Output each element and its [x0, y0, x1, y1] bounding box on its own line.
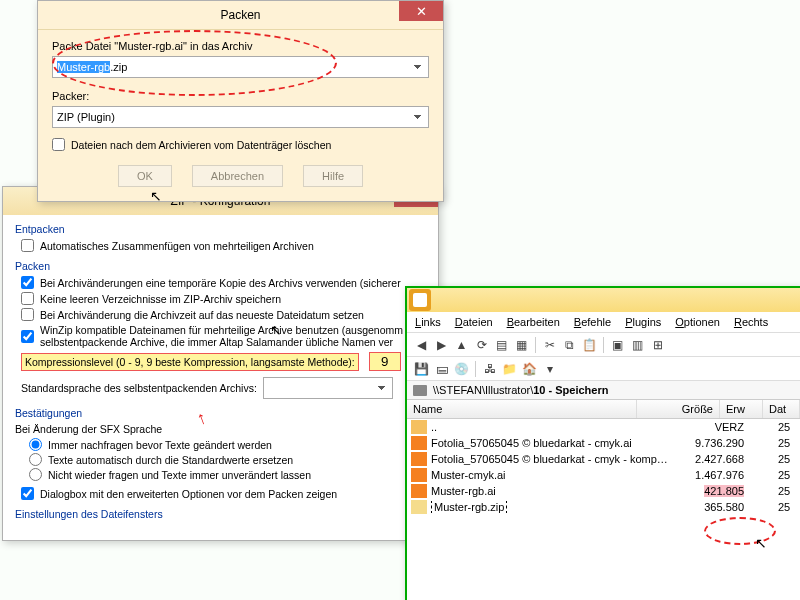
more-icon[interactable]: ▾	[541, 360, 558, 377]
sfx-lang-select[interactable]	[263, 377, 393, 399]
app-icon	[409, 289, 431, 311]
group-filewin: Einstellungen des Dateifensters	[15, 508, 426, 520]
file-manager: LinksDateienBearbeitenBefehlePluginsOpti…	[405, 286, 800, 600]
file-icon	[411, 468, 427, 482]
menu-plugins[interactable]: Plugins	[625, 316, 661, 328]
tempcopy-checkbox[interactable]	[21, 276, 34, 289]
nav-fwd-icon[interactable]: ▶	[433, 336, 450, 353]
drive-icon	[413, 385, 427, 396]
radio-ask[interactable]	[29, 438, 42, 451]
file-list: ..VERZ25Fotolia_57065045 © bluedarkat - …	[407, 419, 800, 515]
help-button[interactable]: Hilfe	[303, 165, 363, 187]
radio-never[interactable]	[29, 468, 42, 481]
pack-dialog: Packen ✕ Packe Datei "Muster-rgb.ai" in …	[37, 0, 444, 202]
file-row[interactable]: ..VERZ25	[407, 419, 800, 435]
file-icon	[411, 436, 427, 450]
radio-auto[interactable]	[29, 453, 42, 466]
group-unpack: Entpacken	[15, 223, 426, 235]
copy-icon[interactable]: ⧉	[561, 336, 578, 353]
menu-rechts[interactable]: Rechts	[734, 316, 768, 328]
tool2-icon[interactable]: ▥	[629, 336, 646, 353]
fm-toolbar2: 💾 🖴 💿 🖧 📁 🏠 ▾	[407, 357, 800, 381]
archive-filename-input[interactable]: Muster-rgb.zip	[52, 56, 429, 78]
tool3-icon[interactable]: ⊞	[649, 336, 666, 353]
fm-toolbar: ◀ ▶ ▲ ⟳ ▤ ▦ ✂ ⧉ 📋 ▣ ▥ ⊞	[407, 333, 800, 357]
dialogext-checkbox[interactable]	[21, 487, 34, 500]
file-row[interactable]: Muster-rgb.ai421.80525	[407, 483, 800, 499]
group-pack: Packen	[15, 260, 426, 272]
menu-optionen[interactable]: Optionen	[675, 316, 720, 328]
menu-bearbeiten[interactable]: Bearbeiten	[507, 316, 560, 328]
group-confirm: Bestätigungen	[15, 407, 426, 419]
view2-icon[interactable]: ▦	[513, 336, 530, 353]
nav-back-icon[interactable]: ◀	[413, 336, 430, 353]
file-icon	[411, 420, 427, 434]
file-row[interactable]: Muster-rgb.zip365.58025	[407, 499, 800, 515]
autojoin-checkbox[interactable]	[21, 239, 34, 252]
drive-a-icon[interactable]: 💾	[413, 360, 430, 377]
menu-befehle[interactable]: Befehle	[574, 316, 611, 328]
packer-select[interactable]: ZIP (Plugin)	[52, 106, 429, 128]
cancel-button[interactable]: Abbrechen	[192, 165, 283, 187]
pack-title: Packen	[220, 8, 260, 22]
fm-menubar: LinksDateienBearbeitenBefehlePluginsOpti…	[407, 312, 800, 333]
tool1-icon[interactable]: ▣	[609, 336, 626, 353]
winzip-checkbox[interactable]	[21, 330, 34, 343]
delete-after-checkbox[interactable]	[52, 138, 65, 151]
compression-level-input[interactable]	[369, 352, 401, 371]
ok-button[interactable]: OK	[118, 165, 172, 187]
file-icon	[411, 500, 427, 514]
net-icon[interactable]: 🖧	[481, 360, 498, 377]
zip-config-dialog: ZIP - Konfiguration ✕ Entpacken Automati…	[2, 186, 439, 541]
file-row[interactable]: Muster-cmyk.ai1.467.97625	[407, 467, 800, 483]
drive-d-icon[interactable]: 💿	[453, 360, 470, 377]
docs-icon[interactable]: 📁	[501, 360, 518, 377]
menu-links[interactable]: Links	[415, 316, 441, 328]
path-bar[interactable]: \\STEFAN\Illustrator\10 - Speichern	[407, 381, 800, 400]
fm-titlebar[interactable]	[407, 288, 800, 312]
close-icon[interactable]: ✕	[399, 1, 443, 21]
file-icon	[411, 452, 427, 466]
compression-level-label: Kompressionslevel (0 - 9, 9 beste Kompre…	[21, 353, 359, 371]
column-headers[interactable]: Name Größe Erw Dat	[407, 400, 800, 419]
noempty-checkbox[interactable]	[21, 292, 34, 305]
pack-titlebar[interactable]: Packen ✕	[38, 1, 443, 30]
archtime-checkbox[interactable]	[21, 308, 34, 321]
paste-icon[interactable]: 📋	[581, 336, 598, 353]
packer-label: Packer:	[52, 90, 429, 102]
drive-c-icon[interactable]: 🖴	[433, 360, 450, 377]
home-icon[interactable]: 🏠	[521, 360, 538, 377]
file-row[interactable]: Fotolia_57065045 © bluedarkat - cmyk - k…	[407, 451, 800, 467]
menu-dateien[interactable]: Dateien	[455, 316, 493, 328]
view-icon[interactable]: ▤	[493, 336, 510, 353]
nav-up-icon[interactable]: ▲	[453, 336, 470, 353]
archive-label: Packe Datei "Muster-rgb.ai" in das Archi…	[52, 40, 429, 52]
sfx-change-label: Bei Änderung der SFX Sprache	[15, 423, 426, 435]
file-icon	[411, 484, 427, 498]
cut-icon[interactable]: ✂	[541, 336, 558, 353]
file-row[interactable]: Fotolia_57065045 © bluedarkat - cmyk.ai9…	[407, 435, 800, 451]
refresh-icon[interactable]: ⟳	[473, 336, 490, 353]
